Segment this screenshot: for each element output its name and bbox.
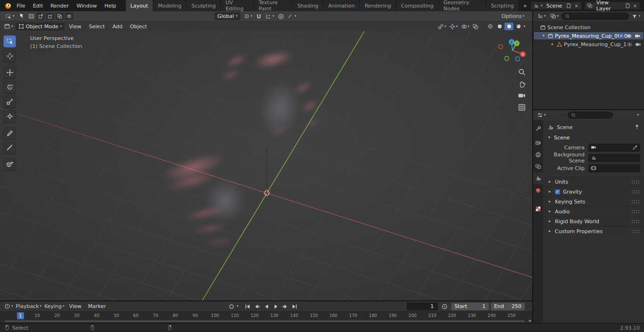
pivot-point-dropdown[interactable]: ▾	[242, 13, 254, 19]
timeline-scrollbar[interactable]	[5, 320, 525, 322]
auto-keying-button[interactable]	[227, 303, 235, 310]
gizmos-toggle[interactable]: ▾	[448, 23, 459, 30]
pin-icon[interactable]	[634, 124, 640, 131]
gizmo-minus-z-axis[interactable]	[516, 57, 520, 61]
play-reverse-button[interactable]	[263, 303, 271, 310]
view-layer-selector[interactable]: View Layer ×	[585, 1, 640, 10]
workspace-tab-texture-paint[interactable]: Texture Paint	[254, 0, 293, 11]
workspace-tab-scripting[interactable]: Scripting	[486, 0, 519, 11]
tab-texture[interactable]	[533, 203, 543, 215]
gravity-checkbox[interactable]: ✓	[555, 189, 560, 194]
panel-rigid-body-world[interactable]: ▸ Rigid Body World	[543, 216, 644, 226]
properties-search-input[interactable]	[568, 112, 613, 119]
outliner-row-scene-collection[interactable]: Scene Collection	[533, 23, 644, 32]
menu-edit[interactable]: Edit	[29, 0, 47, 11]
workspace-tab-sculpting[interactable]: Sculpting	[187, 0, 221, 11]
disable-render-camera-icon[interactable]	[635, 33, 641, 39]
proportional-falloff-dropdown[interactable]: ▾	[286, 13, 298, 19]
timeline-track[interactable]: ◀	[0, 319, 532, 323]
display-mode-dropdown[interactable]: ▾	[549, 13, 561, 19]
scene-panel-header[interactable]: ▾ Scene	[543, 133, 644, 142]
tool-add-cube[interactable]	[3, 158, 16, 170]
outliner-search-input[interactable]	[561, 13, 629, 20]
jump-prev-keyframe-button[interactable]	[253, 303, 261, 310]
panel-drag-grip[interactable]	[631, 190, 640, 194]
play-button[interactable]	[272, 303, 280, 310]
viewport-menu-select[interactable]: Select	[85, 24, 108, 30]
tool-transform[interactable]	[3, 110, 16, 122]
eyedropper-icon[interactable]	[632, 145, 638, 150]
panel-drag-grip[interactable]	[631, 180, 640, 184]
hide-eye-icon[interactable]	[626, 33, 632, 39]
panel-drag-grip[interactable]	[631, 229, 640, 234]
tab-render[interactable]	[533, 137, 543, 149]
workspace-tab-layout[interactable]: Layout	[126, 0, 153, 11]
frame-end-field[interactable]: End 250	[491, 303, 525, 310]
workspace-tab-animation[interactable]: Animation	[323, 0, 360, 11]
timeline-menu-marker[interactable]: Marker	[85, 303, 109, 309]
jump-to-start-button[interactable]	[244, 303, 252, 310]
object-visibility-dropdown[interactable]: ▾	[437, 23, 447, 30]
menu-file[interactable]: File	[13, 0, 29, 11]
properties-options-dropdown[interactable]: ▾	[637, 113, 639, 117]
xray-toggle[interactable]	[471, 23, 479, 30]
timeline-expand-arrow[interactable]: ◀	[528, 319, 531, 323]
outliner-filter-dropdown[interactable]: ▾	[630, 14, 642, 19]
tool-measure[interactable]	[3, 142, 16, 154]
background-scene-field[interactable]	[588, 154, 640, 162]
3d-viewport[interactable]: User Perspective (1) Scene Collection	[0, 31, 532, 300]
workspace-tab-uv-editing[interactable]: UV Editing	[221, 0, 254, 11]
new-scene-icon[interactable]	[566, 3, 571, 8]
tab-material[interactable]	[533, 185, 543, 196]
editor-type-dropdown[interactable]: ▾	[2, 23, 15, 30]
workspace-tab-rendering[interactable]: Rendering	[360, 0, 396, 11]
pan-view-button[interactable]	[518, 80, 526, 88]
menu-help[interactable]: Help	[101, 0, 120, 11]
tool-select-box[interactable]	[3, 35, 16, 48]
playhead[interactable]: 1	[17, 312, 24, 319]
hide-eye-icon[interactable]	[627, 41, 633, 48]
tool-annotate[interactable]	[3, 127, 16, 139]
camera-field[interactable]	[588, 144, 640, 152]
active-clip-field[interactable]	[588, 164, 640, 172]
tool-move[interactable]	[3, 66, 16, 79]
frame-start-field[interactable]: Start 1	[451, 303, 489, 310]
panel-drag-grip[interactable]	[631, 219, 640, 224]
timeline-editor-type-dropdown[interactable]: ▾	[3, 303, 15, 309]
viewport-menu-object[interactable]: Object	[127, 24, 150, 30]
tool-rotate[interactable]	[3, 81, 16, 93]
properties-editor-type-dropdown[interactable]: ▾	[536, 112, 547, 118]
preview-range-button[interactable]	[441, 303, 448, 310]
select-mode-set-button[interactable]	[27, 13, 35, 20]
object-mode-dropdown[interactable]: Object Mode ▾	[16, 23, 65, 31]
viewport-menu-add[interactable]: Add	[109, 24, 125, 30]
outliner-editor-type-dropdown[interactable]: ▾	[536, 13, 547, 19]
jump-next-keyframe-button[interactable]	[281, 303, 289, 310]
new-view-layer-icon[interactable]	[625, 3, 630, 8]
disable-render-camera-icon[interactable]	[635, 41, 641, 48]
panel-audio[interactable]: ▸ Audio	[543, 206, 644, 216]
snap-settings-dropdown[interactable]: ▾	[264, 13, 276, 19]
active-tool-dropdown[interactable]: ▾	[4, 13, 16, 20]
tab-tool[interactable]	[533, 123, 543, 135]
tab-view-layer[interactable]	[533, 161, 543, 172]
measuring-cup-pointcloud[interactable]	[0, 31, 532, 300]
select-mode-subtract-button[interactable]	[46, 13, 54, 20]
select-box-tool-icon[interactable]	[17, 13, 26, 20]
workspace-tab-geometry-nodes[interactable]: Geometry Nodes	[439, 0, 487, 11]
expand-triangle-icon[interactable]: ▾	[541, 34, 546, 38]
select-mode-extend-button[interactable]	[37, 13, 45, 20]
menu-render[interactable]: Render	[47, 0, 73, 11]
add-workspace-button[interactable]: +	[519, 0, 531, 11]
keying-menu[interactable]: Keying ▾	[43, 303, 66, 309]
panel-gravity[interactable]: ▸ ✓ Gravity	[543, 186, 644, 196]
workspace-tab-compositing[interactable]: Compositing	[396, 0, 439, 11]
snap-magnet-icon[interactable]	[256, 13, 262, 20]
workspace-tab-modeling[interactable]: Modeling	[153, 0, 187, 11]
tool-scale[interactable]	[3, 96, 16, 108]
toggle-orthographic-button[interactable]	[518, 103, 526, 112]
jump-to-end-button[interactable]	[291, 303, 299, 310]
gizmo-minus-x-axis[interactable]	[499, 45, 503, 49]
workspace-tab-shading[interactable]: Shading	[293, 0, 324, 11]
blender-logo-menu[interactable]	[3, 0, 13, 11]
